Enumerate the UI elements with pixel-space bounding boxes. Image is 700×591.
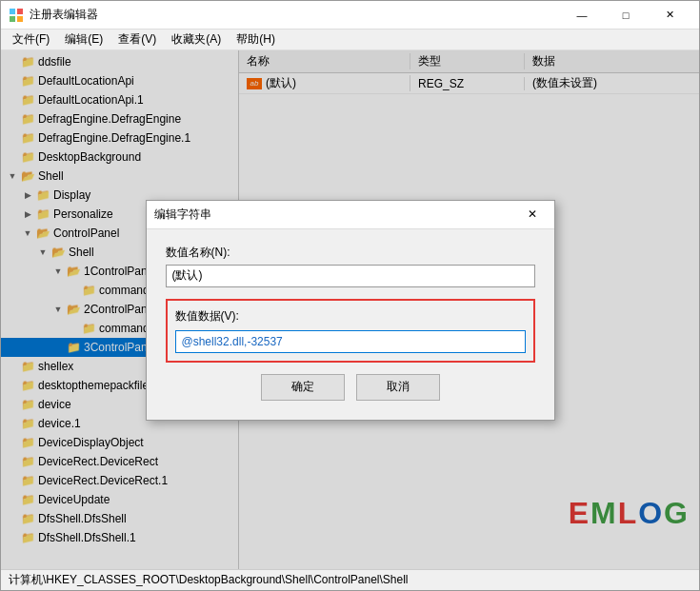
dialog-title-bar: 编辑字符串 ✕	[147, 201, 554, 229]
status-text: 计算机\HKEY_CLASSES_ROOT\DesktopBackground\…	[9, 572, 409, 588]
svg-rect-0	[10, 9, 15, 14]
dialog-data-input[interactable]	[175, 330, 526, 353]
svg-rect-1	[17, 9, 23, 14]
menu-file[interactable]: 文件(F)	[5, 30, 57, 49]
dialog-name-label: 数值名称(N):	[166, 245, 535, 261]
title-bar: 注册表编辑器 — □ ✕	[1, 1, 699, 30]
main-content: 📁 ddsfile 📁 DefaultLocationApi 📁 Default…	[1, 50, 699, 569]
status-bar: 计算机\HKEY_CLASSES_ROOT\DesktopBackground\…	[1, 569, 699, 590]
dialog-name-field: 数值名称(N):	[166, 245, 535, 287]
dialog-data-field: 数值数据(V):	[166, 299, 535, 363]
dialog-ok-button[interactable]: 确定	[261, 374, 345, 401]
dialog-body: 数值名称(N): 数值数据(V): 确定 取消	[147, 229, 554, 420]
svg-rect-2	[10, 16, 15, 22]
svg-rect-3	[17, 16, 23, 22]
menu-edit[interactable]: 编辑(E)	[57, 30, 110, 49]
maximize-button[interactable]: □	[604, 1, 648, 30]
menu-view[interactable]: 查看(V)	[110, 30, 164, 49]
dialog-name-input[interactable]	[166, 265, 535, 287]
dialog-cancel-button[interactable]: 取消	[356, 374, 440, 401]
dialog-overlay: 编辑字符串 ✕ 数值名称(N): 数值数据(V):	[1, 50, 699, 569]
menu-bar: 文件(F) 编辑(E) 查看(V) 收藏夹(A) 帮助(H)	[1, 30, 699, 50]
app-icon	[9, 8, 24, 23]
main-window: 注册表编辑器 — □ ✕ 文件(F) 编辑(E) 查看(V) 收藏夹(A) 帮助…	[0, 0, 700, 591]
dialog-title: 编辑字符串	[154, 207, 518, 223]
menu-favorites[interactable]: 收藏夹(A)	[164, 30, 229, 49]
minimize-button[interactable]: —	[560, 1, 604, 30]
close-button[interactable]: ✕	[648, 1, 691, 30]
window-title: 注册表编辑器	[30, 7, 560, 23]
dialog-buttons: 确定 取消	[166, 374, 535, 401]
menu-help[interactable]: 帮助(H)	[229, 30, 283, 49]
edit-string-dialog: 编辑字符串 ✕ 数值名称(N): 数值数据(V):	[146, 200, 555, 421]
window-controls: — □ ✕	[560, 1, 691, 30]
dialog-data-label: 数值数据(V):	[175, 308, 526, 325]
dialog-close-button[interactable]: ✕	[518, 204, 547, 225]
